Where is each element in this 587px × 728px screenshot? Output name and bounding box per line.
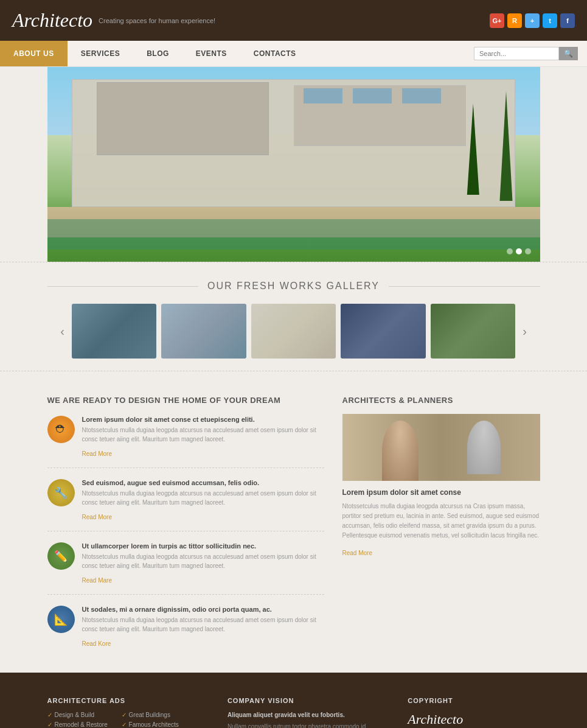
feature-2-read-more[interactable]: Read More (82, 514, 112, 520)
feature-2-title: Sed euismod, augue sed euismod accumsan,… (82, 479, 324, 486)
logo-area: Architecto Creating spaces for human exp… (12, 9, 215, 32)
feature-4-read-more[interactable]: Read Kore (82, 640, 111, 647)
right-section-title: ARCHITECTS & PLANNERS (342, 396, 540, 405)
plus-icon[interactable]: + (525, 13, 540, 28)
navigation: ABOUT US SERVICES BLOG EVENTS CONTACTS 🔍 (0, 41, 587, 67)
feature-1-desc: Ntotssetculus mulla dugiaa leogpda atcur… (82, 425, 324, 444)
feature-1-content: Lorem ipsum dolor sit amet conse ct etue… (82, 416, 324, 458)
feature-1-read-more[interactable]: Read More (82, 450, 112, 457)
gallery-next[interactable]: › (516, 322, 534, 340)
feature-item-2: 🔧 Sed euismod, augue sed euismod accumsa… (47, 479, 324, 531)
architects-image (342, 414, 540, 481)
footer-link-architects[interactable]: ✓Famous Architects (122, 721, 179, 728)
hero-dot-3[interactable] (525, 248, 531, 254)
footer-col2-title: COMPANY VISION (228, 697, 392, 704)
feature-3-read-more[interactable]: Read Mare (82, 577, 112, 584)
rss-icon[interactable]: R (507, 13, 522, 28)
gallery-item-1[interactable] (72, 304, 157, 359)
feature-item-4: 📐 Ut sodales, mi a ornare dignissim, odi… (47, 606, 324, 648)
footer-link-buildings[interactable]: ✓Great Buildings (122, 712, 179, 718)
nav-contacts[interactable]: CONTACTS (240, 41, 310, 66)
footer-col2-text: Nullam convallis rutrum tortor pharetra … (228, 722, 392, 728)
feature-item-3: ✏️ Ut ullamcorper lorem in turpis ac tit… (47, 542, 324, 595)
social-icons: G+ R + t f (490, 13, 575, 28)
search-button[interactable]: 🔍 (559, 47, 578, 60)
feature-4-icon: 📐 (47, 606, 75, 633)
feature-2-icon: 🔧 (47, 479, 75, 506)
gallery-section: OUR FRESH WORKS GALLERY ‹ › (0, 262, 587, 371)
nav-services[interactable]: SERVICES (68, 41, 133, 66)
feature-3-title: Ut ullamcorper lorem in turpis ac tittor… (82, 542, 324, 550)
google-plus-icon[interactable]: G+ (490, 13, 504, 28)
gallery-title: OUR FRESH WORKS GALLERY (207, 281, 380, 292)
header: Architecto Creating spaces for human exp… (0, 0, 587, 41)
footer: ARCHITECTURE ADS ✓Design & Build ✓Remode… (0, 673, 587, 728)
gallery-title-area: OUR FRESH WORKS GALLERY (47, 275, 540, 304)
hero-image (47, 67, 540, 262)
footer-col3-title: COPYRIGHT (408, 697, 540, 704)
twitter-icon[interactable]: t (543, 13, 557, 28)
footer-col-1: ARCHITECTURE ADS ✓Design & Build ✓Remode… (47, 697, 212, 728)
hero-section (47, 67, 540, 262)
logo: Architecto (12, 9, 92, 32)
nav-events[interactable]: EVENTS (182, 41, 240, 66)
footer-link-remodel[interactable]: ✓Remodel & Restore (47, 721, 113, 728)
nav-about-us[interactable]: ABOUT US (0, 41, 68, 66)
footer-col-3: COPYRIGHT Architecto © 2012 • Privacy Po… (408, 697, 540, 728)
feature-2-desc: Ntotssetculus mulla dugiaa leogpda atcur… (82, 489, 324, 507)
tagline: Creating spaces for human experience! (99, 17, 215, 24)
feature-1-icon: ⛑ (47, 416, 75, 443)
gallery-item-2[interactable] (161, 304, 246, 359)
gallery-item-3[interactable] (251, 304, 336, 359)
gallery-item-5[interactable] (431, 304, 516, 359)
feature-2-content: Sed euismod, augue sed euismod accumsan,… (82, 479, 324, 522)
hero-dot-2[interactable] (516, 248, 522, 254)
search-area: 🔍 (465, 42, 587, 65)
content-right: ARCHITECTS & PLANNERS Lorem ipsum dolor … (342, 396, 540, 654)
feature-3-desc: Ntotssetculus mulla dugiaa leogpda atcur… (82, 552, 324, 570)
feature-1-title: Lorem ipsum dolor sit amet conse ct etue… (82, 416, 324, 423)
feature-4-title: Ut sodales, mi a ornare dignissim, odio … (82, 606, 324, 613)
gallery-prev[interactable]: ‹ (54, 322, 72, 340)
right-read-more[interactable]: Read More (342, 550, 372, 556)
footer-col1-links-right: ✓Great Buildings ✓Famous Architects ✓Con… (122, 712, 179, 728)
left-section-title: WE ARE READY TO DESIGN THE HOME OF YOUR … (47, 396, 324, 405)
content-left: WE ARE READY TO DESIGN THE HOME OF YOUR … (47, 396, 324, 654)
feature-4-desc: Ntotssetculus mulla dugiaa leogpda atcur… (82, 615, 324, 634)
right-desc-title: Lorem ipsum dolor sit amet conse (342, 488, 540, 497)
gallery-item-4[interactable] (341, 304, 426, 359)
hero-dots (507, 248, 531, 254)
facebook-icon[interactable]: f (560, 13, 575, 28)
feature-4-content: Ut sodales, mi a ornare dignissim, odio … (82, 606, 324, 648)
footer-logo: Architecto (408, 712, 463, 727)
footer-col1-title: ARCHITECTURE ADS (47, 697, 212, 704)
footer-col2-bold: Aliquam aliquet gravida velit eu foborti… (228, 712, 392, 718)
footer-col1-links-left: ✓Design & Build ✓Remodel & Restore ✓Find… (47, 712, 113, 728)
hero-dot-1[interactable] (507, 248, 513, 254)
feature-3-content: Ut ullamcorper lorem in turpis ac tittor… (82, 542, 324, 585)
gallery-container: ‹ › (47, 304, 540, 359)
nav-blog[interactable]: BLOG (133, 41, 182, 66)
content-section: WE ARE READY TO DESIGN THE HOME OF YOUR … (0, 371, 587, 673)
footer-col-2: COMPANY VISION Aliquam aliquet gravida v… (228, 697, 392, 728)
right-desc: Ntotssetculus mulla dugiaa leogpda atcur… (342, 502, 540, 541)
gallery-items (72, 304, 516, 359)
footer-link-design[interactable]: ✓Design & Build (47, 712, 113, 718)
feature-item-1: ⛑ Lorem ipsum dolor sit amet conse ct et… (47, 416, 324, 468)
search-input[interactable] (474, 47, 559, 60)
feature-3-icon: ✏️ (47, 542, 75, 570)
